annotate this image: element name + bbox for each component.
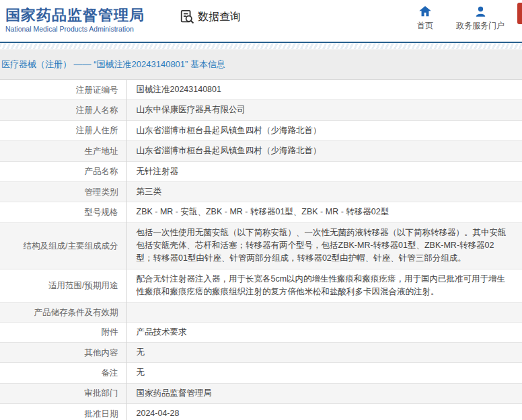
row-label: 审批部门 (0, 383, 126, 403)
table-row: 型号规格ZBK - MR - 安瓿、ZBK - MR - 转移器01型、ZBK … (0, 202, 522, 222)
row-value: 山东省淄博市桓台县起凤镇鱼四村（少海路北首） (126, 120, 522, 140)
table-row: 产品名称无针注射器 (0, 161, 522, 181)
row-value: 山东中保康医疗器具有限公司 (126, 100, 522, 120)
nav-home[interactable]: 首页 (417, 6, 433, 32)
data-query-label: 数据查询 (198, 10, 241, 24)
table-row: 生产地址山东省淄博市桓台县起凤镇鱼四村（少海路北首） (0, 141, 522, 161)
table-row: 注册证编号国械注准20243140801 (0, 80, 522, 100)
registration-info-table: 注册证编号国械注准20243140801注册人名称山东中保康医疗器具有限公司注册… (0, 79, 522, 420)
row-label: 附件 (0, 322, 126, 342)
home-icon (419, 6, 431, 17)
row-label: 管理类别 (0, 181, 126, 202)
row-value: 产品技术要求 (126, 322, 522, 342)
nmpa-logo[interactable]: 国家药品监督管理局 National Medical Products Admi… (0, 0, 145, 33)
table-row: 附件产品技术要求 (0, 322, 522, 342)
row-value: ZBK - MR - 安瓿、ZBK - MR - 转移器01型、ZBK - MR… (126, 202, 522, 222)
table-row: 注册人住所山东省淄博市桓台县起凤镇鱼四村（少海路北首） (0, 120, 522, 140)
nav-portal[interactable]: 政务服务门户 (456, 6, 505, 32)
site-header: 国家药品监督管理局 National Medical Products Admi… (0, 0, 522, 42)
document-search-icon (180, 9, 194, 24)
user-icon (475, 6, 486, 17)
header-nav: 首页 政务服务门户 (417, 0, 522, 32)
table-row: 管理类别第三类 (0, 181, 522, 202)
row-label: 注册人名称 (0, 100, 126, 120)
hatch-texture-band (0, 43, 522, 50)
row-value: 无 (126, 343, 522, 363)
org-name-zh: 国家药品监督管理局 (5, 7, 145, 24)
row-label: 批准日期 (0, 404, 126, 420)
table-row: 其他内容无 (0, 343, 522, 363)
nav-home-label: 首页 (417, 20, 433, 32)
data-query-tab[interactable]: 数据查询 (180, 9, 241, 24)
table-row: 结构及组成/主要组成成分包括一次性使用无菌安瓿（以下简称安瓿）、一次性无菌药液转… (0, 222, 522, 269)
row-label: 注册人住所 (0, 120, 126, 140)
org-name-en: National Medical Products Administration (5, 25, 145, 33)
nav-portal-label: 政务服务门户 (456, 20, 505, 32)
table-row: 产品储存条件及有效期 (0, 302, 522, 322)
table-row: 适用范围/预期用途配合无针注射器注入器，用于长宽各5cm以内的增生性瘢痕和瘢痕疙… (0, 269, 522, 302)
row-label: 适用范围/预期用途 (0, 269, 126, 302)
row-value: 国械注准20243140801 (126, 80, 522, 100)
edge-red-banner (517, 3, 522, 24)
table-row: 审批部门国家药品监督管理局 (0, 383, 522, 403)
row-label: 备注 (0, 363, 126, 383)
row-value: 2024-04-28 (126, 404, 522, 420)
row-value: 无针注射器 (126, 161, 522, 181)
table-row: 批准日期2024-04-28 (0, 404, 522, 420)
row-label: 其他内容 (0, 343, 126, 363)
table-row: 注册人名称山东中保康医疗器具有限公司 (0, 100, 522, 120)
row-label: 产品名称 (0, 161, 126, 181)
row-label: 产品储存条件及有效期 (0, 302, 126, 322)
row-label: 结构及组成/主要组成成分 (0, 222, 126, 269)
breadcrumb: 医疗器械（注册） —— “国械注准20243140801” 基本信息 (0, 50, 522, 79)
row-value: 山东省淄博市桓台县起凤镇鱼四村（少海路北首） (126, 141, 522, 161)
row-value (126, 302, 522, 322)
table-row: 备注无 (0, 363, 522, 383)
row-value: 国家药品监督管理局 (126, 383, 522, 403)
row-value: 包括一次性使用无菌安瓿（以下简称安瓿）、一次性无菌药液转移器（以下简称转移器）。… (126, 222, 522, 269)
row-label: 型号规格 (0, 202, 126, 222)
row-label: 注册证编号 (0, 80, 126, 100)
row-label: 生产地址 (0, 141, 126, 161)
row-value: 无 (126, 363, 522, 383)
row-value: 配合无针注射器注入器，用于长宽各5cm以内的增生性瘢痕和瘢痕疙瘩，用于国内已批准… (126, 269, 522, 302)
row-value: 第三类 (126, 181, 522, 202)
